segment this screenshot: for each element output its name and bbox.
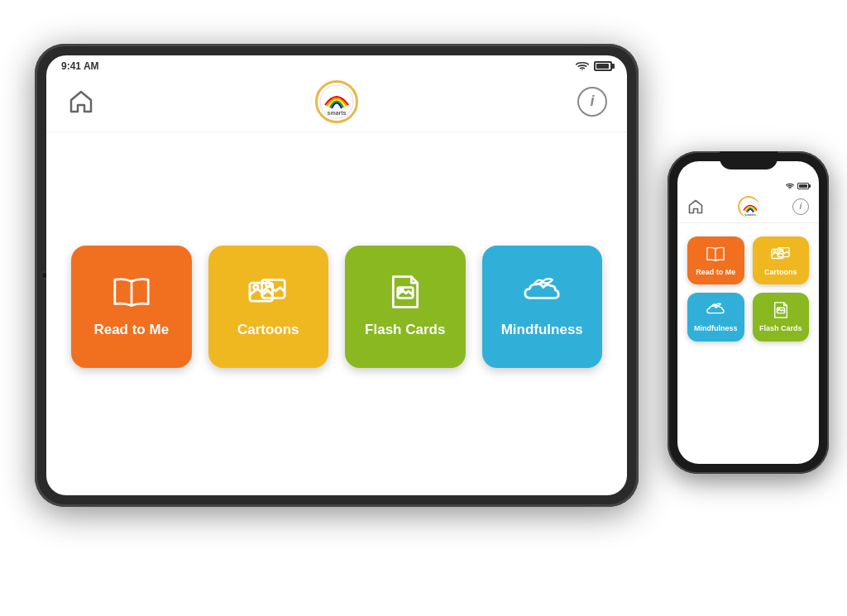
phone-mindfulness-card[interactable]: Mindfulness <box>687 293 744 341</box>
phone-device: smarts i Read to Me <box>668 151 829 474</box>
svg-point-0 <box>581 69 583 71</box>
phone-flash-cards-card[interactable]: Flash Cards <box>753 293 810 341</box>
phone-home-icon[interactable] <box>687 198 704 215</box>
wifi-icon <box>576 60 589 71</box>
phone-info-icon[interactable]: i <box>792 198 809 215</box>
home-icon[interactable] <box>66 87 96 117</box>
app-logo: smarts <box>315 80 358 123</box>
svg-point-5 <box>254 285 259 290</box>
phone-content: Read to Me Cartoons <box>677 223 819 356</box>
phone-screen: smarts i Read to Me <box>677 161 819 464</box>
phone-flash-cards-label: Flash Cards <box>759 324 802 333</box>
info-icon[interactable]: i <box>577 87 607 117</box>
phone-navbar: smarts i <box>677 193 819 223</box>
phone-notch <box>720 151 778 170</box>
mindfulness-label: Mindfulness <box>501 322 583 338</box>
phone-read-to-me-card[interactable]: Read to Me <box>687 236 744 285</box>
read-to-me-label: Read to Me <box>93 322 169 338</box>
phone-mindfulness-label: Mindfulness <box>694 324 738 333</box>
phone-flashcard-icon <box>769 301 792 319</box>
svg-point-7 <box>266 282 271 287</box>
phone-battery-icon <box>797 183 809 189</box>
cartoons-label: Cartoons <box>237 322 299 338</box>
phone-cartoons-card[interactable]: Cartoons <box>753 236 810 285</box>
flash-cards-label: Flash Cards <box>365 322 445 338</box>
logo-rainbow: smarts <box>318 84 355 120</box>
phone-mindfulness-icon <box>704 301 727 319</box>
phone-cartoons-label: Cartoons <box>764 268 797 277</box>
mindfulness-icon <box>519 274 565 310</box>
tablet-statusbar: 9:41 AM <box>46 55 627 75</box>
phone-book-icon <box>704 245 727 263</box>
cartoons-card[interactable]: Cartoons <box>208 246 329 368</box>
phone-app-logo: smarts <box>738 196 759 217</box>
tablet-navbar: smarts i <box>46 75 627 132</box>
scene: 9:41 AM <box>18 19 829 598</box>
svg-text:smarts: smarts <box>328 110 347 116</box>
tablet-device: 9:41 AM <box>35 44 639 507</box>
svg-point-10 <box>789 188 790 189</box>
flashcard-icon <box>382 274 428 310</box>
flash-cards-card[interactable]: Flash Cards <box>345 246 466 368</box>
book-icon <box>108 274 155 310</box>
phone-read-to-me-label: Read to Me <box>696 268 735 277</box>
tablet-content: Read to Me Cartoons <box>46 132 627 481</box>
phone-cartoons-icon <box>769 245 792 263</box>
status-icons <box>576 60 612 71</box>
svg-text:smarts: smarts <box>744 212 756 217</box>
svg-point-17 <box>779 249 782 251</box>
tablet-screen: 9:41 AM <box>46 55 627 495</box>
phone-logo-rainbow: smarts <box>739 198 761 219</box>
battery-icon <box>594 61 612 71</box>
read-to-me-card[interactable]: Read to Me <box>71 246 192 368</box>
status-time: 9:41 AM <box>61 60 99 72</box>
svg-point-15 <box>773 250 776 252</box>
cartoons-icon <box>245 274 291 310</box>
mindfulness-card[interactable]: Mindfulness <box>482 246 603 368</box>
phone-wifi-icon <box>786 183 794 189</box>
